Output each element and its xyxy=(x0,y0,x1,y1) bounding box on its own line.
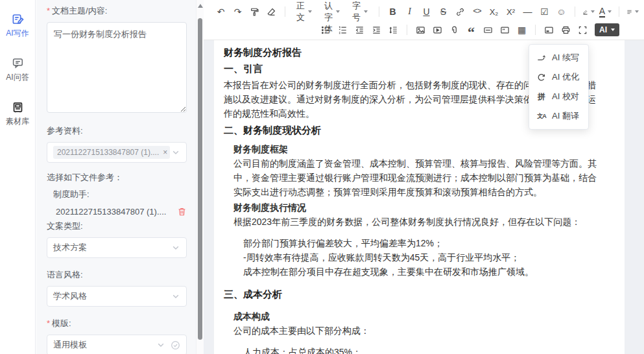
chevron-down-icon xyxy=(336,10,340,13)
toolbar-divider xyxy=(619,6,619,17)
menu-item-ai-proofread[interactable]: 拼 AI 校对 xyxy=(529,87,588,106)
doc-subheading: 财务制度框架 xyxy=(233,142,599,156)
chat-bubbles-icon xyxy=(12,57,24,69)
generation-form: *文档主题/内容: 写一份财务制度分析报告 参考资料: 202112271513… xyxy=(36,0,196,354)
superscript-button[interactable]: X² xyxy=(503,4,519,19)
insert-image-icon[interactable] xyxy=(412,22,429,38)
chevron-down-icon xyxy=(171,292,180,301)
inline-code-button[interactable]: <> xyxy=(469,4,485,19)
sidebar-item-label: AI问答 xyxy=(6,72,29,83)
menu-item-ai-optimize[interactable]: AI 优化 xyxy=(529,67,588,87)
doc-list: 人力成本：占总成本的35%； xyxy=(243,345,599,354)
toolbar-divider xyxy=(575,6,575,17)
bold-button[interactable]: B xyxy=(385,4,401,19)
chevron-down-icon xyxy=(308,10,312,13)
chevron-down-icon xyxy=(611,29,615,31)
divider-block-icon[interactable] xyxy=(480,22,496,38)
doc-section: 财务制度框架 公司目前的制度涵盖了资金管理、成本控制、预算管理、核算与报告、风险… xyxy=(233,142,599,279)
fullscreen-icon[interactable] xyxy=(575,22,591,38)
required-marker: * xyxy=(47,6,50,16)
format-painter-icon[interactable] xyxy=(246,4,263,19)
insert-video-icon[interactable] xyxy=(429,22,446,38)
style-select[interactable]: 学术风格 xyxy=(47,286,187,307)
document-edit-icon xyxy=(12,13,24,25)
assistant-name: 制度助手: xyxy=(53,189,187,200)
doc-list-item: 成本控制在部分项目中存在超支现象，主要集中在研发和市场推广领域。 xyxy=(243,265,599,279)
sidebar-item-label: AI写作 xyxy=(6,28,29,39)
underline-button[interactable]: U xyxy=(418,4,435,19)
preview-card-icon[interactable] xyxy=(541,22,557,38)
check-circle-icon xyxy=(171,340,180,350)
bullet-list-icon[interactable] xyxy=(318,22,334,38)
selected-file-name: 2021122715133847807 (1).... xyxy=(56,207,166,217)
italic-button[interactable]: I xyxy=(401,4,418,19)
topic-label: *文档主题/内容: xyxy=(47,5,187,17)
form-scrollbar[interactable] xyxy=(196,0,204,354)
scrollbar-thumb[interactable] xyxy=(198,18,202,340)
font-size-select[interactable]: 字号 xyxy=(346,4,374,19)
font-color-button[interactable]: A xyxy=(597,4,614,19)
optimize-refresh-icon xyxy=(536,73,547,82)
chevron-down-icon xyxy=(591,10,595,13)
align-button[interactable] xyxy=(625,4,641,19)
clear-format-eraser-icon[interactable] xyxy=(263,4,280,19)
insert-table-button[interactable]: ▦ xyxy=(514,22,530,38)
link-icon[interactable] xyxy=(452,4,468,19)
menu-item-label: AI 续写 xyxy=(552,52,579,64)
sidebar-item-material-library[interactable]: 素材库 xyxy=(6,101,29,127)
sidebar-item-ai-qa[interactable]: AI问答 xyxy=(6,57,29,83)
doc-list-item: 人力成本：占总成本的35%； xyxy=(243,345,599,354)
toolbar-divider xyxy=(285,6,285,17)
remove-tag-icon[interactable]: × xyxy=(163,148,167,157)
sidebar-item-ai-writing[interactable]: AI写作 xyxy=(6,13,29,39)
undo-icon[interactable]: ↶ xyxy=(213,4,229,19)
nav-rail: AI写作 AI问答 素材库 xyxy=(0,0,36,354)
horizontal-rule-button[interactable]: — xyxy=(519,4,536,19)
outdent-icon[interactable] xyxy=(352,22,368,38)
code-block-icon[interactable] xyxy=(497,22,513,38)
reference-label: 参考资料: xyxy=(47,125,187,137)
highlight-color-button[interactable] xyxy=(580,4,597,19)
menu-item-label: AI 翻译 xyxy=(552,110,579,122)
emoji-button[interactable]: ☺ xyxy=(553,4,569,19)
required-marker: * xyxy=(47,318,50,328)
doc-list-item: -周转效率有待提高，应收账款周转天数为45天，高于行业平均水平； xyxy=(243,250,599,265)
chevron-down-icon xyxy=(608,10,612,13)
topic-input[interactable]: 写一份财务制度分析报告 xyxy=(47,22,187,113)
attachment-icon[interactable] xyxy=(446,22,462,38)
ordered-list-icon[interactable] xyxy=(335,22,351,38)
font-family-select[interactable]: 默认字体 xyxy=(318,4,346,19)
scroll-up-arrow-icon[interactable] xyxy=(198,4,203,8)
sidebar-item-label: 素材库 xyxy=(6,116,29,127)
strikethrough-button[interactable]: S xyxy=(435,4,451,19)
indent-icon[interactable] xyxy=(368,22,385,38)
doc-paragraph: 公司的成本主要由以下部分构成： xyxy=(233,324,599,338)
editor-toolbar: ↶ ↷ 正文 xyxy=(204,0,644,40)
chevron-down-icon xyxy=(635,10,639,13)
redo-icon[interactable]: ↷ xyxy=(230,4,246,19)
menu-item-ai-continue[interactable]: AI 续写 xyxy=(529,48,588,67)
print-icon[interactable] xyxy=(558,22,574,38)
chevron-down-icon xyxy=(171,148,180,157)
doc-heading-3: 三、成本分析 xyxy=(224,287,599,301)
chevron-down-icon xyxy=(364,10,368,13)
toolbar-row-2: “ ▦ xyxy=(213,21,639,39)
doc-list-item: 部分部门预算执行偏差较大，平均偏差率为12%； xyxy=(243,236,599,250)
menu-item-ai-translate[interactable]: 文A AI 翻译 xyxy=(529,106,588,126)
toolbar-divider xyxy=(535,25,536,35)
ai-menu-button[interactable]: AI xyxy=(595,23,619,36)
task-checkbox-button[interactable]: ☑ xyxy=(536,4,553,19)
paragraph-style-select[interactable]: 正文 xyxy=(291,4,318,19)
app-window: AI写作 AI问答 素材库 xyxy=(0,0,644,354)
blockquote-button[interactable]: “ xyxy=(463,22,479,38)
line-height-icon[interactable] xyxy=(385,22,401,38)
doc-type-label: 文案类型: xyxy=(47,220,187,232)
reference-select[interactable]: 2021122715133847807 (1).... × xyxy=(47,142,187,163)
trash-icon[interactable] xyxy=(177,207,187,217)
toolbar-row-1: ↶ ↷ 正文 xyxy=(213,3,639,21)
reference-file-tag: 2021122715133847807 (1).... × xyxy=(53,146,170,159)
template-select[interactable]: 通用模板 xyxy=(47,335,187,354)
doc-type-select[interactable]: 技术方案 xyxy=(47,237,187,258)
subscript-button[interactable]: X₂ xyxy=(486,4,502,19)
ai-dropdown-menu: AI 续写 AI 优化 拼 AI 校对 文A AI 翻译 xyxy=(529,44,589,130)
